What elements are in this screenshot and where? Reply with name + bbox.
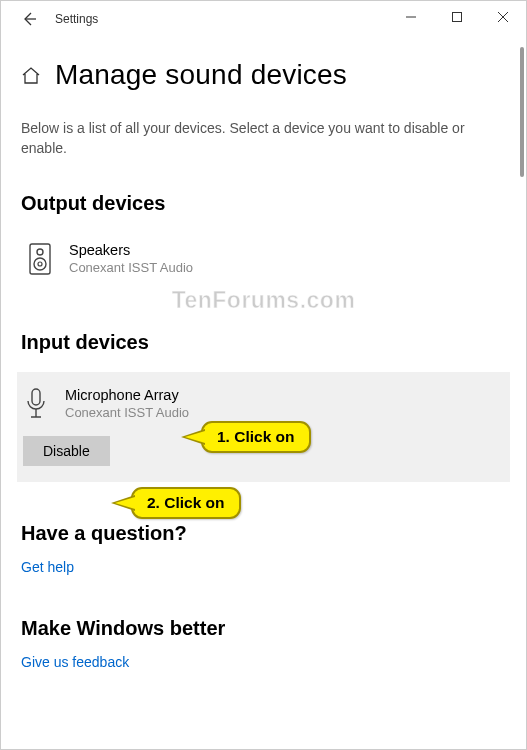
- home-icon[interactable]: [21, 65, 41, 85]
- speaker-icon: [27, 242, 53, 276]
- close-icon: [498, 12, 508, 22]
- titlebar: Settings: [1, 1, 526, 37]
- svg-point-2: [37, 249, 43, 255]
- window-controls: [388, 1, 526, 33]
- device-subtitle: Conexant ISST Audio: [69, 260, 193, 277]
- help-title: Have a question?: [21, 522, 506, 545]
- feedback-section: Make Windows better Give us feedback: [21, 617, 506, 670]
- page-title: Manage sound devices: [55, 59, 347, 91]
- annotation-callout-1: 1. Click on: [201, 421, 311, 453]
- arrow-left-icon: [21, 11, 37, 27]
- page-description: Below is a list of all your devices. Sel…: [21, 119, 506, 158]
- scrollbar[interactable]: [520, 47, 524, 177]
- device-name: Microphone Array: [65, 386, 189, 405]
- disable-button[interactable]: Disable: [23, 436, 110, 466]
- maximize-icon: [452, 12, 462, 22]
- device-name: Speakers: [69, 241, 193, 260]
- svg-point-3: [34, 258, 46, 270]
- back-button[interactable]: [9, 1, 49, 37]
- output-section-title: Output devices: [21, 192, 506, 215]
- svg-rect-5: [32, 389, 40, 405]
- svg-rect-0: [453, 13, 462, 22]
- app-title: Settings: [55, 12, 98, 26]
- device-text: Speakers Conexant ISST Audio: [69, 241, 193, 277]
- help-section: Have a question? Get help: [21, 522, 506, 575]
- feedback-title: Make Windows better: [21, 617, 506, 640]
- device-subtitle: Conexant ISST Audio: [65, 405, 189, 422]
- device-text: Microphone Array Conexant ISST Audio: [65, 386, 189, 422]
- minimize-icon: [406, 12, 416, 22]
- minimize-button[interactable]: [388, 1, 434, 33]
- maximize-button[interactable]: [434, 1, 480, 33]
- feedback-link[interactable]: Give us feedback: [21, 654, 506, 670]
- output-device-row[interactable]: Speakers Conexant ISST Audio: [21, 233, 506, 285]
- microphone-icon: [23, 387, 49, 421]
- input-section-title: Input devices: [21, 331, 506, 354]
- page-header: Manage sound devices: [21, 59, 506, 91]
- annotation-callout-2: 2. Click on: [131, 487, 241, 519]
- content-area: Manage sound devices Below is a list of …: [1, 37, 526, 670]
- svg-point-4: [38, 262, 42, 266]
- get-help-link[interactable]: Get help: [21, 559, 506, 575]
- close-button[interactable]: [480, 1, 526, 33]
